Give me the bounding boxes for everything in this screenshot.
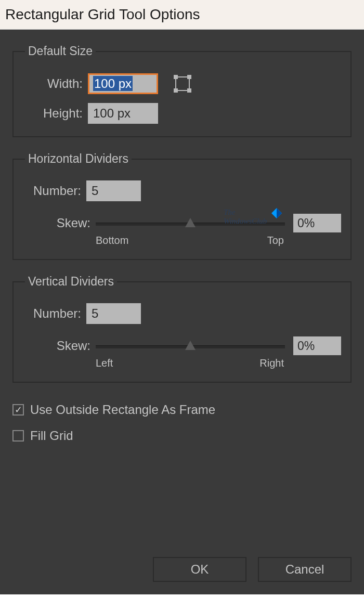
- h-skew-value[interactable]: 0%: [293, 214, 341, 232]
- h-number-input[interactable]: 5: [86, 180, 141, 201]
- v-skew-max-label: Right: [259, 357, 284, 369]
- svg-rect-2: [187, 75, 191, 79]
- h-skew-max-label: Top: [267, 235, 284, 246]
- cancel-button[interactable]: Cancel: [258, 557, 352, 582]
- h-number-label: Number:: [23, 184, 81, 198]
- v-skew-min-label: Left: [96, 357, 113, 369]
- v-skew-value[interactable]: 0%: [293, 336, 341, 355]
- use-outside-frame-label: Use Outside Rectangle As Frame: [30, 403, 215, 417]
- h-skew-label: Skew:: [23, 216, 90, 230]
- v-number-label: Number:: [23, 306, 81, 321]
- ok-button[interactable]: OK: [153, 557, 246, 582]
- reference-point-icon[interactable]: [172, 73, 193, 95]
- horizontal-dividers-group: Horizontal Dividers Number: 5 Skew: 0% B…: [12, 152, 352, 260]
- default-size-legend: Default Size: [25, 44, 96, 58]
- vertical-dividers-group: Vertical Dividers Number: 5 Skew: 0% Lef…: [12, 275, 352, 383]
- v-skew-label: Skew:: [23, 339, 90, 353]
- slider-thumb-icon[interactable]: [185, 341, 196, 350]
- v-skew-slider[interactable]: [96, 339, 285, 353]
- h-skew-slider[interactable]: [96, 216, 285, 230]
- fill-grid-label: Fill Grid: [30, 429, 73, 443]
- svg-rect-4: [187, 88, 191, 93]
- vertical-dividers-legend: Vertical Dividers: [25, 275, 117, 289]
- width-label: Width:: [23, 76, 83, 91]
- svg-rect-3: [174, 88, 178, 93]
- slider-thumb-icon[interactable]: [185, 218, 196, 227]
- svg-rect-1: [174, 75, 178, 79]
- button-row: OK Cancel: [12, 547, 352, 582]
- dialog-body: Default Size Width: 100 px Height: 100 p…: [0, 30, 364, 594]
- height-label: Height:: [23, 106, 83, 121]
- horizontal-dividers-legend: Horizontal Dividers: [25, 152, 132, 166]
- v-number-input[interactable]: 5: [86, 303, 141, 324]
- height-input[interactable]: 100 px: [88, 103, 158, 124]
- width-input[interactable]: 100 px: [88, 73, 158, 94]
- use-outside-frame-checkbox[interactable]: [12, 404, 24, 416]
- default-size-group: Default Size Width: 100 px Height: 100 p…: [12, 44, 352, 137]
- fill-grid-checkbox[interactable]: [12, 430, 24, 442]
- dialog-title: Rectangular Grid Tool Options: [0, 0, 364, 30]
- h-skew-min-label: Bottom: [96, 235, 128, 246]
